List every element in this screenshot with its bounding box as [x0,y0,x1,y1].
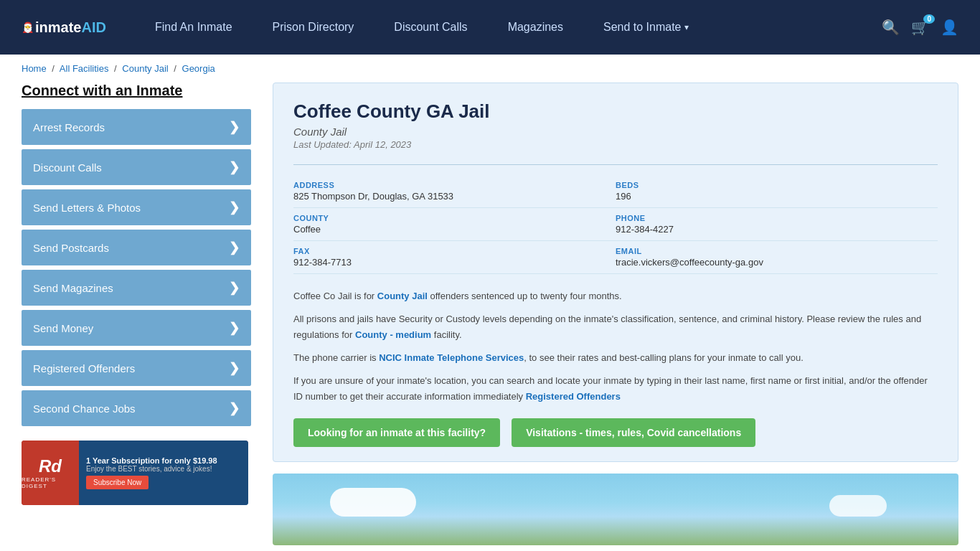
logo-text: inmateAID [35,19,106,36]
breadcrumb: Home / All Facilities / County Jail / Ge… [0,55,980,83]
breadcrumb-county-jail[interactable]: County Jail [122,63,168,74]
detail-address: ADDRESS 825 Thompson Dr, Douglas, GA 315… [293,175,616,208]
facility-card: Coffee County GA Jail County Jail Last U… [273,83,958,462]
find-inmate-button[interactable]: Looking for an inmate at this facility? [293,418,500,447]
ad-rd-sub: READER'S DIGEST [22,476,79,489]
breadcrumb-all-facilities[interactable]: All Facilities [60,63,109,74]
user-icon[interactable]: 👤 [941,19,958,36]
facility-name: Coffee County GA Jail [293,100,938,123]
cloud-decoration-2 [829,495,887,517]
sidebar-item-registered-offenders[interactable]: Registered Offenders ❯ [22,350,251,386]
ad-line1: 1 Year Subscription for only $19.98 [86,456,241,465]
facility-details: ADDRESS 825 Thompson Dr, Douglas, GA 315… [293,164,938,274]
facility-updated: Last Updated: April 12, 2023 [293,139,938,150]
facility-image [273,474,958,545]
detail-beds: BEDS 196 [616,175,938,208]
logo[interactable]: 🎅 inmateAID [22,19,106,36]
nav-find-inmate[interactable]: Find An Inmate [135,0,253,55]
chevron-right-icon: ❯ [229,400,240,416]
sidebar-item-discount-calls[interactable]: Discount Calls ❯ [22,149,251,185]
header-icons: 🔍 🛒 0 👤 [882,19,958,36]
ad-rd-text: Rd [39,456,62,476]
main-header: 🎅 inmateAID Find An Inmate Prison Direct… [0,0,980,55]
ad-banner[interactable]: Rd READER'S DIGEST 1 Year Subscription f… [22,441,248,505]
detail-phone: PHONE 912-384-4227 [616,208,938,241]
chevron-right-icon: ❯ [229,199,240,215]
chevron-right-icon: ❯ [229,360,240,376]
nav-discount-calls[interactable]: Discount Calls [374,0,487,55]
visitations-button[interactable]: Visitations - times, rules, Covid cancel… [512,418,755,447]
sidebar-item-arrest-records[interactable]: Arrest Records ❯ [22,109,251,145]
main-nav: Find An Inmate Prison Directory Discount… [135,0,882,55]
main-content: Coffee County GA Jail County Jail Last U… [273,83,958,545]
desc-p2: All prisons and jails have Security or C… [293,311,938,343]
sidebar: Connect with an Inmate Arrest Records ❯ … [22,83,251,545]
action-buttons: Looking for an inmate at this facility? … [293,418,938,447]
sidebar-title: Connect with an Inmate [22,83,251,99]
nav-magazines[interactable]: Magazines [488,0,583,55]
nav-prison-directory[interactable]: Prison Directory [253,0,374,55]
main-layout: Connect with an Inmate Arrest Records ❯ … [0,83,980,545]
breadcrumb-state[interactable]: Georgia [182,63,215,74]
breadcrumb-home[interactable]: Home [22,63,47,74]
chevron-right-icon: ❯ [229,320,240,336]
ad-subscribe-button[interactable]: Subscribe Now [86,476,149,489]
chevron-right-icon: ❯ [229,159,240,175]
link-county-medium[interactable]: County - medium [355,329,431,340]
logo-icon: 🎅 [22,22,34,33]
detail-county: COUNTY Coffee [293,208,616,241]
sidebar-item-send-letters[interactable]: Send Letters & Photos ❯ [22,189,251,225]
sidebar-item-send-postcards[interactable]: Send Postcards ❯ [22,230,251,265]
link-county-jail[interactable]: County Jail [377,291,428,301]
chevron-right-icon: ❯ [229,119,240,135]
sidebar-menu: Arrest Records ❯ Discount Calls ❯ Send L… [22,109,251,426]
sidebar-item-send-money[interactable]: Send Money ❯ [22,310,251,346]
cart-icon[interactable]: 🛒 0 [911,19,929,36]
ad-line2: Enjoy the BEST stories, advice & jokes! [86,465,241,473]
sidebar-item-send-magazines[interactable]: Send Magazines ❯ [22,270,251,306]
cart-badge: 0 [923,14,935,24]
cloud-decoration-1 [330,488,416,517]
desc-p3: The phone carrier is NCIC Inmate Telepho… [293,350,938,366]
link-registered-offenders[interactable]: Registered Offenders [526,391,621,402]
sidebar-item-second-chance-jobs[interactable]: Second Chance Jobs ❯ [22,390,251,426]
dropdown-arrow-icon: ▾ [684,22,689,32]
desc-p1: Coffee Co Jail is for County Jail offend… [293,288,938,304]
chevron-right-icon: ❯ [229,280,240,296]
nav-send-to-inmate[interactable]: Send to Inmate ▾ [583,0,709,55]
search-icon[interactable]: 🔍 [882,19,900,36]
facility-description: Coffee Co Jail is for County Jail offend… [293,288,938,405]
desc-p4: If you are unsure of your inmate's locat… [293,373,938,405]
chevron-right-icon: ❯ [229,240,240,255]
facility-type: County Jail [293,126,938,138]
detail-email: EMAIL tracie.vickers@coffeecounty-ga.gov [616,241,938,274]
link-ncic[interactable]: NCIC Inmate Telephone Services [379,352,524,363]
detail-fax: FAX 912-384-7713 [293,241,616,274]
